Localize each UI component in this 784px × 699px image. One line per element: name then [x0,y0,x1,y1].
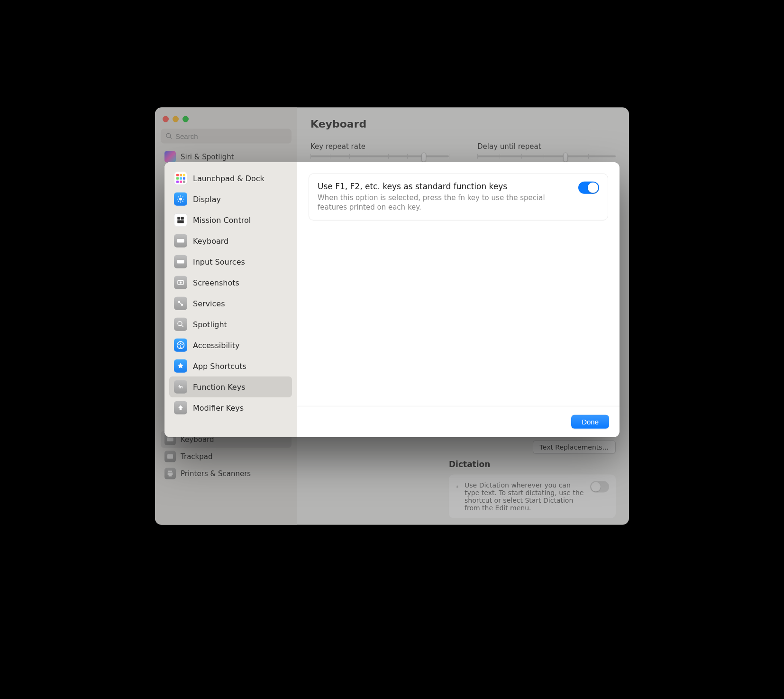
svg-line-10 [182,196,183,197]
sidebar-item-label: Input Sources [193,257,245,266]
sidebar-item-label: Spotlight [193,320,227,329]
sidebar-item-label: Function Keys [193,382,245,391]
trackpad-icon [164,451,176,462]
slider-label: Delay until repeat [477,142,616,151]
display-icon [174,193,187,206]
sidebar-item-mission-control[interactable]: Mission Control [169,210,292,230]
sidebar-item-label: Mission Control [193,215,251,224]
screenshots-icon [174,276,187,289]
sidebar-item-modifier-keys[interactable]: Modifier Keys [169,397,292,418]
sidebar-item-trackpad[interactable]: Trackpad [161,448,292,465]
sheet-main: Use F1, F2, etc. keys as standard functi… [297,162,620,437]
function-keys-option: Use F1, F2, etc. keys as standard functi… [309,174,608,221]
close-icon[interactable] [163,116,169,122]
dictation-toggle[interactable] [590,481,609,493]
svg-rect-1 [167,454,173,459]
sidebar-item-label: Trackpad [181,452,213,461]
sidebar-item-launchpad[interactable]: Launchpad & Dock [169,168,292,189]
sidebar-item-accessibility[interactable]: Accessibility [169,335,292,356]
sidebar-item-label: Keyboard [193,236,228,245]
svg-rect-0 [167,438,173,441]
sidebar-item-label: Services [193,299,225,308]
option-title: Use F1, F2, etc. keys as standard functi… [318,182,570,191]
printer-icon [164,468,176,479]
accessibility-icon [174,339,187,352]
window-controls [161,114,292,129]
search-field[interactable] [175,132,287,140]
keyboard-icon [174,234,187,248]
spotlight-icon [174,318,187,331]
microphone-icon [456,481,459,493]
sheet-footer: Done [297,406,620,437]
search-icon [165,133,173,140]
page-title: Keyboard [310,118,616,130]
services-icon [174,297,187,310]
sidebar-item-services[interactable]: Services [169,293,292,314]
app-shortcuts-icon [174,359,187,373]
sidebar-item-label: Launchpad & Dock [193,174,264,183]
sidebar-item-label: Accessibility [193,340,239,350]
sidebar-item-spotlight[interactable]: Spotlight [169,314,292,335]
stage: Siri & Spotlight Keyboard Trackpad Print… [155,108,629,525]
svg-rect-12 [181,217,184,220]
key-repeat-slider[interactable]: Key repeat rate [310,142,449,157]
siri-icon [164,151,176,163]
sidebar-item-label: Screenshots [193,278,239,287]
dictation-card: Use Dictation wherever you can type text… [449,475,616,518]
sidebar-item-app-shortcuts[interactable]: App Shortcuts [169,356,292,377]
sidebar-item-label: App Shortcuts [193,361,246,370]
fullscreen-icon[interactable] [182,116,189,122]
svg-rect-14 [177,239,184,243]
svg-point-20 [178,322,182,326]
sidebar-item-printers[interactable]: Printers & Scanners [161,465,292,482]
sidebar-item-label: Modifier Keys [193,403,244,412]
svg-rect-11 [177,217,180,220]
dictation-title: Dictation [449,460,616,469]
function-keys-icon: fn [174,380,187,394]
mission-control-icon [174,213,187,227]
search-input[interactable] [161,129,292,144]
delay-slider[interactable]: Delay until repeat [477,142,616,157]
keyboard-shortcuts-sheet: Launchpad & Dock Display Mission Control… [164,162,620,437]
svg-text:fn: fn [178,385,183,389]
launchpad-icon [174,172,187,185]
slider-label: Key repeat rate [310,142,449,151]
sidebar-item-label: Siri & Spotlight [181,153,234,161]
sidebar-item-label: Printers & Scanners [181,469,251,478]
svg-rect-15 [177,260,184,264]
sidebar-item-function-keys[interactable]: fn Function Keys [169,377,292,397]
sidebar-item-screenshots[interactable]: Screenshots [169,272,292,293]
done-button[interactable]: Done [571,415,609,429]
modifier-keys-icon [174,401,187,414]
svg-line-9 [178,201,179,202]
minimize-icon[interactable] [173,116,179,122]
function-keys-toggle[interactable] [578,182,599,194]
svg-rect-25 [180,408,182,411]
svg-rect-13 [177,221,184,223]
input-sources-icon [174,255,187,268]
sidebar-item-display[interactable]: Display [169,189,292,210]
option-desc: When this option is selected, press the … [318,193,570,212]
sheet-sidebar: Launchpad & Dock Display Mission Control… [164,162,297,437]
svg-line-8 [182,201,183,202]
dictation-desc: Use Dictation wherever you can type text… [465,481,584,512]
svg-line-7 [178,196,179,197]
sidebar-item-input-sources[interactable]: Input Sources [169,251,292,272]
sidebar-item-keyboard[interactable]: Keyboard [169,230,292,251]
svg-point-2 [179,198,182,201]
svg-line-21 [182,325,183,327]
svg-point-17 [180,282,182,284]
sidebar-item-label: Display [193,194,221,203]
svg-point-23 [180,343,182,344]
